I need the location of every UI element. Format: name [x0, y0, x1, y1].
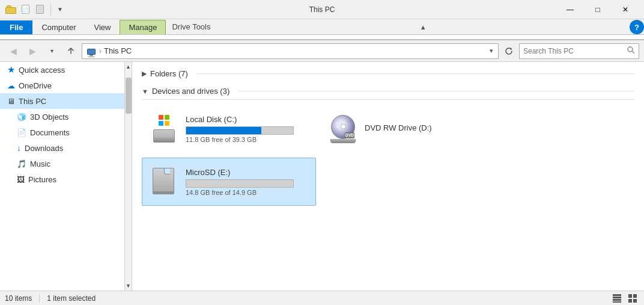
- sidebar-label-3d-objects: 3D Objects: [30, 112, 68, 122]
- sidebar-item-music[interactable]: 🎵 Music: [0, 156, 132, 171]
- status-bar: 10 items 1 item selected: [0, 291, 644, 305]
- sidebar-item-quick-access[interactable]: ★ Quick access: [0, 62, 132, 78]
- sidebar-label-downloads: Downloads: [25, 144, 63, 153]
- win-tile-green: [165, 115, 169, 120]
- svg-rect-7: [633, 294, 637, 298]
- help-button[interactable]: ?: [630, 20, 644, 34]
- ribbon: File Computer View Manage Drive Tools ▲ …: [0, 19, 644, 40]
- up-button[interactable]: [62, 43, 79, 59]
- sidebar-scrollbar[interactable]: ▲ ▼: [124, 62, 132, 291]
- folders-section-title: Folders (7): [150, 69, 188, 78]
- search-input[interactable]: [523, 47, 627, 55]
- sidebar: ★ Quick access ☁ OneDrive 🖥 This PC 🧊 3D…: [0, 62, 132, 291]
- location-icon: [87, 46, 97, 56]
- tab-computer[interactable]: Computer: [32, 20, 85, 34]
- drive-e-name: MicroSD (E:): [186, 168, 308, 177]
- refresh-button[interactable]: [501, 43, 517, 59]
- drive-d-info: DVD RW Drive (D:): [365, 123, 487, 135]
- sidebar-label-documents: Documents: [30, 128, 70, 137]
- maximize-button[interactable]: □: [584, 0, 612, 19]
- sidebar-scroll: ★ Quick access ☁ OneDrive 🖥 This PC 🧊 3D…: [0, 62, 132, 291]
- devices-section-header[interactable]: ▼ Devices and drives (3): [142, 83, 634, 100]
- tab-file[interactable]: File: [0, 20, 32, 34]
- forward-button[interactable]: ▶: [24, 43, 41, 59]
- drive-c-bar-fill: [186, 127, 261, 134]
- content-area: ▶ Folders (7) ▼ Devices and drives (3): [132, 62, 644, 291]
- search-box[interactable]: [519, 43, 639, 59]
- sidebar-item-documents[interactable]: 📄 Documents: [0, 125, 132, 140]
- drive-dvd-d[interactable]: DVD DVD RW Drive (D:): [321, 105, 495, 153]
- details-view-button[interactable]: [610, 292, 624, 304]
- recent-button[interactable]: ▾: [43, 43, 60, 59]
- sidebar-item-3d-objects[interactable]: 🧊 3D Objects: [0, 109, 132, 125]
- sidebar-label-music: Music: [30, 159, 50, 168]
- item-count: 10 items: [5, 294, 32, 303]
- window-title: This PC: [309, 5, 335, 14]
- sidebar-item-onedrive[interactable]: ☁ OneDrive: [0, 78, 132, 93]
- drive-c-info: Local Disk (C:) 11.8 GB free of 39.3 GB: [186, 115, 308, 143]
- dvd-icon: DVD: [329, 114, 357, 143]
- svg-rect-2: [613, 294, 621, 296]
- devices-chevron-down: ▼: [142, 88, 148, 95]
- scroll-up-arrow[interactable]: ▲: [125, 62, 132, 72]
- folders-divider: [196, 73, 634, 74]
- sidebar-label-this-pc: This PC: [19, 97, 46, 106]
- sd-card-body: [153, 168, 174, 194]
- large-icons-view-button[interactable]: [626, 292, 639, 304]
- download-icon: ↓: [17, 143, 21, 153]
- ribbon-content-area: [0, 35, 644, 40]
- sd-icon: [150, 167, 178, 196]
- copy-icon[interactable]: [34, 4, 46, 16]
- toolbar-dropdown[interactable]: ▼: [56, 5, 64, 14]
- scroll-thumb[interactable]: [126, 78, 132, 114]
- minimize-button[interactable]: —: [556, 0, 584, 19]
- address-bar: ◀ ▶ ▾ › This PC ▾: [0, 40, 644, 62]
- win-tile-yellow: [165, 121, 169, 126]
- dvd-disc: DVD: [331, 115, 355, 139]
- view-controls: [610, 292, 639, 304]
- sidebar-item-pictures[interactable]: 🖼 Pictures: [0, 171, 132, 187]
- drive-e-bar-bg: [186, 179, 294, 188]
- breadcrumb-sep: ›: [99, 47, 102, 55]
- scroll-track[interactable]: [125, 72, 132, 281]
- ribbon-collapse[interactable]: ▲: [416, 20, 430, 34]
- sd-bottom: [153, 191, 174, 194]
- svg-rect-8: [628, 299, 632, 303]
- sd-notch: [164, 168, 170, 174]
- drives-grid: Local Disk (C:) 11.8 GB free of 39.3 GB: [142, 100, 634, 211]
- toolbar-separator: [50, 4, 51, 15]
- main-area: ★ Quick access ☁ OneDrive 🖥 This PC 🧊 3D…: [0, 62, 644, 291]
- doc-sidebar-icon: 📄: [17, 128, 26, 137]
- win-tile-blue: [159, 121, 163, 126]
- drive-microsd-e[interactable]: MicroSD (E:) 14.8 GB free of 14.9 GB: [142, 158, 316, 206]
- window-controls: — □ ✕: [556, 0, 639, 19]
- drive-local-c[interactable]: Local Disk (C:) 11.8 GB free of 39.3 GB: [142, 105, 316, 153]
- sidebar-item-downloads[interactable]: ↓ Downloads: [0, 140, 132, 156]
- address-box[interactable]: › This PC ▾: [82, 43, 499, 59]
- pc-icon: 🖥: [7, 97, 15, 106]
- svg-rect-4: [613, 299, 621, 301]
- address-location: This PC: [104, 46, 132, 55]
- folder-icon[interactable]: [5, 4, 17, 16]
- drive-c-bar-bg: [186, 126, 294, 135]
- drive-tools-label: Drive Tools: [166, 19, 216, 34]
- selected-count: 1 item selected: [47, 294, 96, 303]
- dvd-label: DVD: [345, 132, 354, 138]
- scroll-down-arrow[interactable]: ▼: [125, 281, 132, 291]
- drive-e-free: 14.8 GB free of 14.9 GB: [186, 189, 308, 196]
- tab-manage[interactable]: Manage: [120, 20, 166, 34]
- address-dropdown[interactable]: ▾: [490, 47, 493, 55]
- devices-section: ▼ Devices and drives (3): [142, 83, 634, 211]
- devices-divider: [238, 91, 634, 91]
- sidebar-item-this-pc[interactable]: 🖥 This PC: [0, 93, 132, 109]
- drive-c-free: 11.8 GB free of 39.3 GB: [186, 136, 308, 143]
- win-tile-red: [159, 115, 163, 120]
- folders-section-header[interactable]: ▶ Folders (7): [142, 67, 634, 83]
- doc-icon[interactable]: 📄: [19, 4, 31, 16]
- back-button[interactable]: ◀: [5, 43, 22, 59]
- close-button[interactable]: ✕: [612, 0, 639, 19]
- sidebar-label-onedrive: OneDrive: [19, 81, 52, 90]
- tab-view[interactable]: View: [85, 20, 120, 34]
- search-icon: [627, 46, 635, 56]
- music-icon: 🎵: [17, 159, 26, 168]
